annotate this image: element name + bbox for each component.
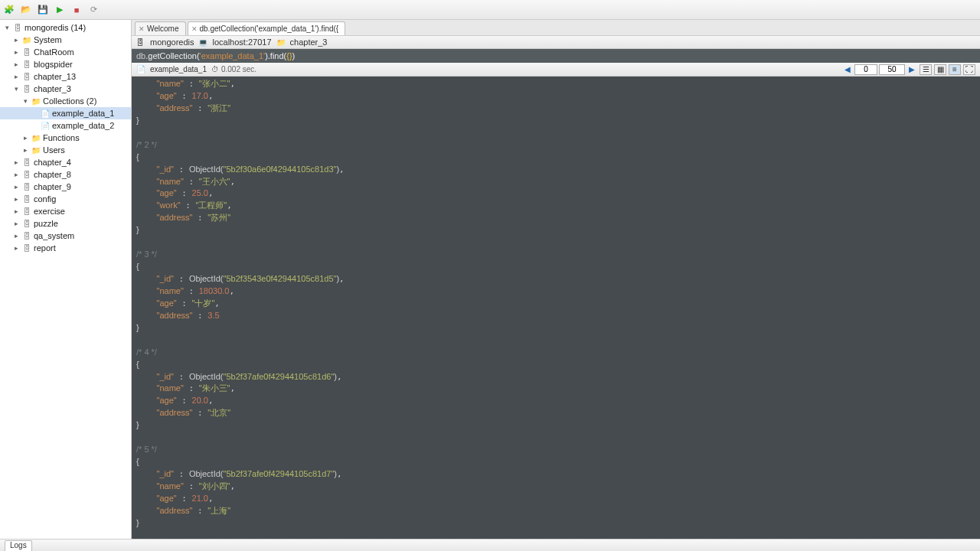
tree-label: Functions — [43, 133, 80, 142]
breadcrumb: mongoredis localhost:27017 chapter_3 — [132, 35, 980, 49]
tab-welcome[interactable]: ✕Welcome — [135, 21, 186, 35]
chevron-icon[interactable]: ▸ — [12, 36, 20, 44]
offset-input[interactable] — [854, 64, 877, 75]
db-icon — [21, 181, 32, 192]
tree-label: chapter_4 — [34, 158, 71, 167]
main-area: ✕Welcome✕db.getCollection('example_data_… — [132, 20, 980, 539]
logs-tab[interactable]: Logs — [5, 540, 32, 551]
chevron-icon[interactable]: ▾ — [21, 97, 29, 105]
close-icon[interactable]: ✕ — [139, 25, 145, 33]
chevron-icon[interactable]: ▸ — [12, 232, 20, 240]
chevron-icon[interactable]: ▸ — [12, 183, 20, 191]
tab-db-getcollection-example-data-[interactable]: ✕db.getCollection('example_data_1').find… — [188, 21, 346, 35]
tree-label: blogspider — [34, 60, 73, 69]
breadcrumb-db: mongoredis — [150, 37, 194, 47]
tree-node-chapter-13[interactable]: ▸chapter_13 — [0, 70, 131, 83]
tree-label: chapter_8 — [34, 170, 71, 179]
editor-tabs: ✕Welcome✕db.getCollection('example_data_… — [132, 20, 980, 35]
play-icon[interactable]: ▶ — [54, 4, 66, 16]
breadcrumb-folder: chapter_3 — [290, 37, 328, 47]
database-tree: ▾mongoredis (14)▸System▸ChatRoom▸blogspi… — [0, 20, 132, 539]
chevron-icon[interactable]: ▸ — [12, 195, 20, 203]
tree-label: report — [34, 243, 56, 253]
tree-label: config — [34, 194, 56, 204]
db-icon — [21, 194, 32, 204]
chevron-icon[interactable]: ▸ — [12, 207, 20, 215]
next-page-icon[interactable]: ▶ — [906, 64, 917, 75]
tree-label: chapter_9 — [34, 182, 71, 191]
breadcrumb-host: localhost:27017 — [212, 37, 271, 47]
clock-icon: ⏱ — [211, 65, 219, 73]
expand-view-icon[interactable]: ⛶ — [963, 64, 975, 75]
query-arg: 'example_data_1' — [200, 51, 266, 60]
chevron-down-icon[interactable]: ▾ — [3, 24, 11, 31]
tree-node-example-data-2[interactable]: example_data_2 — [0, 119, 131, 132]
tree-node-config[interactable]: ▸config — [0, 193, 131, 205]
tree-label: exercise — [34, 207, 65, 216]
query-method: .getCollection( — [145, 51, 199, 60]
chevron-icon[interactable]: ▸ — [21, 146, 29, 154]
tree-label: puzzle — [34, 219, 58, 228]
tree-label: System — [34, 35, 62, 44]
db-icon — [21, 71, 32, 82]
query-end: ) — [292, 51, 296, 60]
folder-icon — [31, 132, 41, 143]
host-icon — [198, 37, 207, 47]
db-icon — [21, 157, 32, 168]
collection-icon: 📄 — [136, 65, 145, 73]
chevron-icon[interactable]: ▸ — [12, 158, 20, 166]
tree-view-icon[interactable]: ☰ — [920, 64, 932, 75]
tree-label: qa_system — [34, 231, 74, 240]
tab-label: db.getCollection('example_data_1').find(… — [200, 24, 339, 33]
tree-node-functions[interactable]: ▸Functions — [0, 132, 131, 144]
tree-node-system[interactable]: ▸System — [0, 34, 131, 46]
prev-page-icon[interactable]: ◀ — [842, 64, 853, 75]
chevron-icon[interactable]: ▸ — [12, 48, 20, 56]
tree-node-chapter-4[interactable]: ▸chapter_4 — [0, 156, 131, 168]
close-icon[interactable]: ✕ — [191, 25, 198, 33]
tree-node-report[interactable]: ▸report — [0, 242, 131, 254]
tree-node-users[interactable]: ▸Users — [0, 144, 131, 156]
result-editor[interactable]: "name" : "张小二", "age" : 17.0, "address" … — [132, 77, 980, 539]
chevron-icon[interactable]: ▸ — [12, 220, 20, 227]
query-db: db — [136, 51, 145, 60]
tree-node-chatroom[interactable]: ▸ChatRoom — [0, 46, 131, 58]
tree-node-chapter-9[interactable]: ▸chapter_9 — [0, 181, 131, 193]
tree-label: chapter_3 — [34, 84, 71, 93]
tree-node-chapter-3[interactable]: ▾chapter_3 — [0, 83, 131, 95]
tree-node-qa-system[interactable]: ▸qa_system — [0, 230, 131, 242]
folder-icon — [31, 96, 41, 106]
folder-icon — [31, 145, 41, 155]
db-icon — [136, 37, 145, 47]
limit-input[interactable] — [879, 64, 905, 75]
tree-node-chapter-8[interactable]: ▸chapter_8 — [0, 168, 131, 181]
chevron-icon[interactable]: ▸ — [21, 134, 29, 142]
open-folder-icon[interactable]: 📂 — [20, 4, 32, 16]
query-input[interactable]: db.getCollection('example_data_1').find(… — [132, 49, 980, 63]
text-view-icon[interactable]: ≡ — [949, 64, 961, 75]
db-icon — [21, 59, 32, 70]
chevron-icon[interactable]: ▸ — [12, 73, 20, 80]
db-icon — [21, 206, 32, 217]
chevron-icon[interactable]: ▸ — [12, 244, 20, 252]
chevron-icon[interactable]: ▸ — [12, 171, 20, 178]
tree-node-example-data-1[interactable]: example_data_1 — [0, 107, 131, 119]
tree-node-collections-2-[interactable]: ▾Collections (2) — [0, 95, 131, 107]
db-icon — [21, 83, 32, 94]
tree-node-exercise[interactable]: ▸exercise — [0, 205, 131, 217]
tree-node-blogspider[interactable]: ▸blogspider — [0, 58, 131, 70]
stop-icon[interactable]: ■ — [70, 4, 83, 16]
refresh-icon[interactable]: ⟳ — [87, 4, 100, 16]
chevron-icon[interactable]: ▾ — [12, 85, 20, 93]
tree-label: ChatRoom — [34, 47, 74, 57]
tree-root-node[interactable]: ▾mongoredis (14) — [0, 21, 131, 34]
chevron-icon[interactable]: ▸ — [12, 60, 20, 68]
result-collection-name: example_data_1 — [150, 65, 207, 73]
app-icon[interactable]: 🧩 — [3, 4, 15, 16]
tree-node-puzzle[interactable]: ▸puzzle — [0, 217, 131, 230]
result-header: 📄 example_data_1 ⏱ 0.002 sec. ◀ ▶ ☰ ▦ ≡ … — [132, 63, 980, 77]
save-icon[interactable]: 💾 — [37, 4, 49, 16]
coll-icon — [40, 108, 51, 119]
tree-label: Collections (2) — [43, 96, 96, 106]
table-view-icon[interactable]: ▦ — [934, 64, 946, 75]
